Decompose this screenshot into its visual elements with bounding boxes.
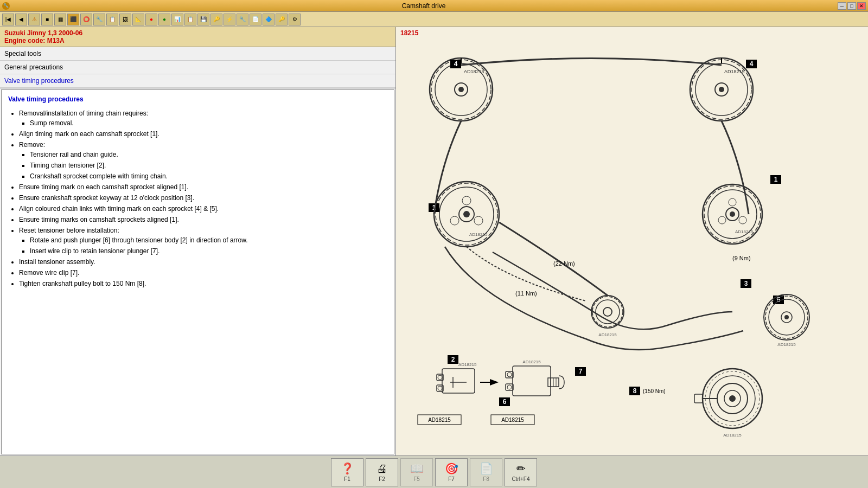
tool18-button[interactable]: ⚙ xyxy=(289,14,301,25)
bottom-bar: ❓ F1 🖨 F2 📖 F5 🎯 F7 📄 F8 ✏ Ctrl+F4 xyxy=(0,455,868,488)
tool6-button[interactable]: 📐 xyxy=(132,14,144,25)
f1-button[interactable]: ❓ F1 xyxy=(331,458,363,486)
diagram-number: 18215 xyxy=(400,29,418,37)
svg-text:AD18215: AD18215 xyxy=(522,359,541,364)
list-item: Crankshaft sprocket complete with timing… xyxy=(30,171,387,181)
f8-label: F8 xyxy=(483,476,489,482)
procedure-title: Valve timing procedures xyxy=(8,94,387,104)
f8-icon: 📄 xyxy=(480,462,493,475)
list-item: Tighten crankshaft pulley bolt to 150 Nm… xyxy=(19,279,387,288)
tool7-button[interactable]: ● xyxy=(145,14,157,25)
f1-label: F1 xyxy=(344,476,350,482)
f1-icon: ❓ xyxy=(341,462,354,475)
svg-text:AD18215: AD18215 xyxy=(723,433,742,438)
svg-point-92 xyxy=(729,395,736,402)
svg-text:3: 3 xyxy=(744,280,748,287)
svg-text:5: 5 xyxy=(777,296,781,304)
svg-text:4: 4 xyxy=(750,60,754,68)
list-item: Tensioner rail and chain guide. xyxy=(30,150,387,159)
nav-first-button[interactable]: |◀ xyxy=(2,14,14,25)
tool12-button[interactable]: 🔑 xyxy=(210,14,222,25)
list-item: Remove: Tensioner rail and chain guide. … xyxy=(19,140,387,181)
f7-button[interactable]: 🎯 F7 xyxy=(435,458,468,486)
f5-button[interactable]: 📖 F5 xyxy=(400,458,433,486)
tool5-button[interactable]: 🖼 xyxy=(119,14,131,25)
f7-icon: 🎯 xyxy=(445,462,458,475)
vehicle-info: Suzuki Jimny 1,3 2000-06 Engine code: M1… xyxy=(0,27,395,47)
svg-point-35 xyxy=(730,211,735,217)
ctrlf4-label: Ctrl+F4 xyxy=(512,476,529,482)
f5-icon: 📖 xyxy=(410,462,424,475)
warning-button[interactable]: ⚠ xyxy=(28,14,40,25)
diagram-svg: AD18215 AD18215 xyxy=(396,27,868,455)
svg-text:AD18215: AD18215 xyxy=(724,69,745,74)
tool4-button[interactable]: 📋 xyxy=(106,14,118,25)
list-item: Ensure timing marks on camshaft sprocket… xyxy=(19,215,387,224)
list-item: Ensure crankshaft sprocket keyway at 12 … xyxy=(19,193,387,203)
tool15-button[interactable]: 📄 xyxy=(250,14,261,25)
list-item: Align timing mark on each camshaft sproc… xyxy=(19,129,387,139)
content-area: Suzuki Jimny 1,3 2000-06 Engine code: M1… xyxy=(0,27,868,455)
list-item: Align coloured chain links with timing m… xyxy=(19,204,387,214)
tool1-button[interactable]: ⬛ xyxy=(67,14,79,25)
tool10-button[interactable]: 📋 xyxy=(184,14,196,25)
list-item: Removal/installation of timing chain req… xyxy=(19,108,387,128)
diagram-panel: 18215 AD18215 xyxy=(396,27,868,455)
svg-text:AD18215: AD18215 xyxy=(464,69,484,74)
svg-point-15 xyxy=(719,87,724,92)
procedure-list: Removal/installation of timing chain req… xyxy=(19,108,387,288)
tool17-button[interactable]: 🔑 xyxy=(276,14,288,25)
tool16-button[interactable]: 🔷 xyxy=(263,14,275,25)
tool3-button[interactable]: 🔧 xyxy=(93,14,105,25)
engine-code: Engine code: M13A xyxy=(4,37,391,44)
f7-label: F7 xyxy=(448,476,455,482)
left-panel: Suzuki Jimny 1,3 2000-06 Engine code: M1… xyxy=(0,27,396,455)
f2-label: F2 xyxy=(379,476,385,482)
close-button[interactable]: ✕ xyxy=(857,2,866,10)
minimize-button[interactable]: ─ xyxy=(838,2,846,10)
nav-prev-button[interactable]: ◀ xyxy=(15,14,27,25)
app-body: Suzuki Jimny 1,3 2000-06 Engine code: M1… xyxy=(0,27,868,488)
nav-general-precautions[interactable]: General precautions xyxy=(0,61,395,74)
stop-button[interactable]: ■ xyxy=(41,14,53,25)
svg-point-24 xyxy=(463,211,470,217)
svg-text:2: 2 xyxy=(451,356,455,363)
tool11-button[interactable]: 💾 xyxy=(197,14,209,25)
tool13-button[interactable]: ⚡ xyxy=(224,14,235,25)
nav-valve-timing-top[interactable]: Valve timing procedures xyxy=(0,74,395,88)
grid-button[interactable]: ▦ xyxy=(54,14,66,25)
svg-point-58 xyxy=(784,315,789,319)
title-bar: 🔧 Camshaft drive ─ □ ✕ xyxy=(0,0,868,12)
f2-button[interactable]: 🖨 F2 xyxy=(366,458,398,486)
svg-text:(22 Nm): (22 Nm) xyxy=(553,260,575,267)
nav-special-tools[interactable]: Special tools xyxy=(0,47,395,61)
svg-text:AD18215: AD18215 xyxy=(598,332,617,337)
maximize-button[interactable]: □ xyxy=(847,2,856,10)
f2-icon: 🖨 xyxy=(376,463,387,475)
tool14-button[interactable]: 🔧 xyxy=(237,14,248,25)
procedure-content-panel[interactable]: Valve timing procedures Removal/installa… xyxy=(1,89,394,454)
nav-panel-top: Special tools General precautions Valve … xyxy=(0,47,395,88)
list-item: Insert wire clip to retain tensioner plu… xyxy=(30,246,387,256)
svg-text:AD18215: AD18215 xyxy=(735,229,754,234)
list-item: Ensure timing mark on each camshaft spro… xyxy=(19,182,387,192)
svg-text:AD18215: AD18215 xyxy=(469,232,488,237)
window-controls: ─ □ ✕ xyxy=(838,2,866,10)
tool9-button[interactable]: 📊 xyxy=(171,14,183,25)
ctrlf4-button[interactable]: ✏ Ctrl+F4 xyxy=(505,458,537,486)
list-item: Reset tensioner before installation: Rot… xyxy=(19,226,387,256)
f5-label: F5 xyxy=(413,476,420,482)
vehicle-name: Suzuki Jimny 1,3 2000-06 xyxy=(4,29,391,37)
list-item: Sump removal. xyxy=(30,118,387,128)
list-item: Rotate and push plunger [6] through tens… xyxy=(30,235,387,245)
svg-point-6 xyxy=(458,87,464,92)
app-icon: 🔧 xyxy=(2,2,10,10)
svg-text:6: 6 xyxy=(503,398,507,406)
tool2-button[interactable]: ⭕ xyxy=(80,14,92,25)
svg-text:AD18215: AD18215 xyxy=(458,362,477,367)
svg-text:AD18215: AD18215 xyxy=(501,417,524,423)
f8-button[interactable]: 📄 F8 xyxy=(470,458,502,486)
toolbar: |◀ ◀ ⚠ ■ ▦ ⬛ ⭕ 🔧 📋 🖼 📐 ● ● 📊 📋 💾 🔑 ⚡ 🔧 📄… xyxy=(0,12,868,27)
ctrlf4-icon: ✏ xyxy=(516,462,526,475)
tool8-button[interactable]: ● xyxy=(158,14,170,25)
